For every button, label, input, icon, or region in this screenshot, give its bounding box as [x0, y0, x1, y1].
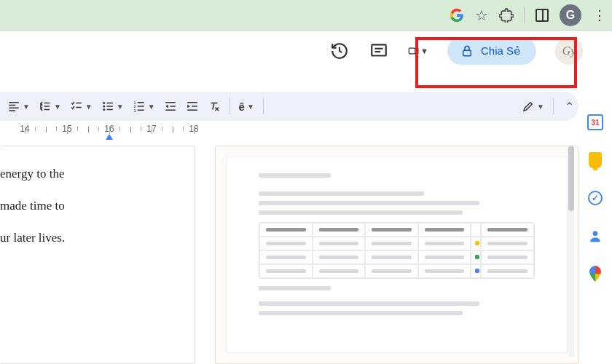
- svg-rect-19: [106, 106, 112, 107]
- horizontal-ruler[interactable]: 14 15 16 17 18: [0, 127, 576, 143]
- svg-rect-30: [170, 106, 176, 107]
- browser-menu-icon[interactable]: ⋮: [592, 8, 606, 23]
- editing-mode-button[interactable]: ▼: [519, 97, 547, 116]
- document-canvas[interactable]: energy to the made time to ur later live…: [0, 146, 578, 364]
- separator: [553, 98, 554, 114]
- chevron-down-icon: ▼: [148, 103, 155, 111]
- document-page-1[interactable]: energy to the made time to ur later live…: [0, 146, 195, 364]
- history-icon[interactable]: [329, 41, 350, 61]
- svg-point-38: [593, 231, 598, 236]
- formatting-toolbar: ▼ ▼ ▼ ▼ 123 ▼ ê ▼ ▼ ⌃: [0, 92, 578, 121]
- svg-text:3: 3: [133, 108, 136, 113]
- maps-addon-icon[interactable]: [586, 265, 604, 282]
- grammarly-extension-icon[interactable]: G: [560, 4, 581, 26]
- svg-point-16: [103, 102, 105, 104]
- svg-rect-6: [9, 102, 19, 103]
- meet-video-button[interactable]: ▼: [408, 41, 428, 61]
- separator: [263, 98, 264, 114]
- svg-marker-33: [187, 105, 190, 108]
- bookmark-star-icon[interactable]: ☆: [474, 8, 489, 23]
- chevron-down-icon: ▼: [23, 103, 30, 111]
- placeholder-table: [259, 222, 535, 279]
- app-header: ▼ Chia Sẻ Gy: [0, 31, 612, 71]
- calendar-day: 31: [591, 119, 599, 127]
- svg-rect-32: [187, 102, 197, 103]
- document-text-line: ur later lives.: [0, 222, 176, 254]
- clear-formatting-button[interactable]: [205, 97, 224, 116]
- input-tools-char: ê: [239, 100, 245, 113]
- chevron-down-icon: ▼: [54, 103, 61, 111]
- side-panel-icon[interactable]: [535, 8, 549, 23]
- document-page-2[interactable]: [215, 146, 578, 364]
- share-button[interactable]: Chia Sẻ: [447, 37, 536, 65]
- svg-rect-17: [106, 103, 112, 104]
- chevron-down-icon: ▼: [85, 103, 93, 111]
- svg-marker-4: [415, 49, 418, 53]
- share-label: Chia Sẻ: [481, 44, 520, 58]
- scrollbar[interactable]: [568, 146, 574, 357]
- svg-rect-8: [9, 108, 19, 109]
- svg-rect-3: [409, 48, 415, 54]
- increase-indent-button[interactable]: [183, 97, 202, 116]
- svg-rect-27: [137, 110, 144, 111]
- page2-placeholder-content: [226, 157, 568, 353]
- chevron-up-icon: ⌃: [565, 100, 574, 114]
- svg-rect-7: [9, 105, 15, 106]
- svg-point-18: [103, 106, 105, 108]
- separator: [524, 7, 525, 23]
- chevron-down-icon: ▼: [247, 103, 254, 111]
- svg-rect-35: [187, 110, 197, 111]
- numbered-list-button[interactable]: 123 ▼: [130, 97, 158, 116]
- align-button[interactable]: ▼: [4, 97, 33, 116]
- svg-rect-28: [165, 102, 176, 103]
- document-text-line: energy to the: [0, 158, 176, 190]
- svg-rect-34: [192, 106, 197, 107]
- scrollbar-thumb[interactable]: [568, 146, 574, 211]
- input-tools-button[interactable]: ê ▼: [236, 98, 257, 116]
- svg-rect-9: [9, 110, 15, 111]
- side-panel: 31 ✓: [578, 96, 612, 364]
- lock-icon: [460, 44, 474, 58]
- svg-point-20: [103, 108, 105, 111]
- keep-addon-icon[interactable]: [586, 151, 604, 169]
- chevron-down-icon: ▼: [420, 47, 428, 55]
- google-icon[interactable]: [450, 8, 464, 23]
- chevron-down-icon: ▼: [537, 103, 544, 111]
- document-text-line: made time to: [0, 190, 176, 222]
- svg-rect-21: [106, 109, 112, 111]
- tasks-addon-icon[interactable]: ✓: [586, 189, 604, 207]
- svg-rect-23: [137, 102, 144, 103]
- checklist-button[interactable]: ▼: [67, 97, 95, 116]
- ruler-indent-marker[interactable]: [106, 134, 113, 140]
- chevron-down-icon: ▼: [117, 103, 124, 111]
- bulleted-list-button[interactable]: ▼: [98, 97, 127, 116]
- user-avatar[interactable]: Gy: [555, 37, 583, 65]
- comments-icon[interactable]: [369, 41, 389, 61]
- calendar-addon-icon[interactable]: 31: [586, 114, 604, 131]
- svg-rect-5: [463, 50, 471, 56]
- line-spacing-button[interactable]: ▼: [36, 97, 64, 116]
- svg-rect-31: [165, 110, 176, 111]
- contacts-addon-icon[interactable]: [586, 227, 604, 245]
- collapse-toolbar-button[interactable]: ⌃: [560, 97, 578, 116]
- svg-rect-0: [372, 44, 386, 55]
- browser-toolbar: ☆ G ⋮: [0, 0, 612, 31]
- separator: [230, 98, 230, 114]
- extensions-puzzle-icon[interactable]: [499, 8, 514, 23]
- svg-rect-25: [137, 106, 144, 107]
- svg-marker-29: [165, 105, 168, 108]
- decrease-indent-button[interactable]: [161, 97, 180, 116]
